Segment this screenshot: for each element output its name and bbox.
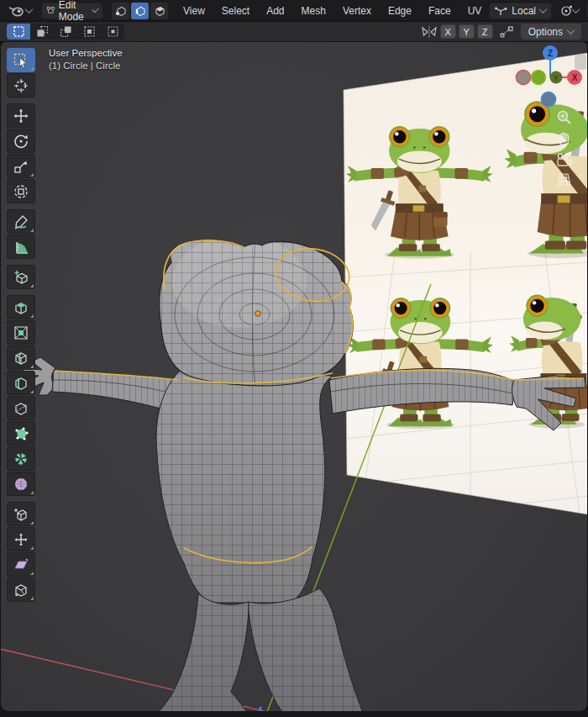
- edit-mode-icon: [47, 5, 55, 16]
- blender-logo-icon: [8, 4, 26, 18]
- orientation-label: Local: [512, 5, 536, 17]
- tool-move[interactable]: [7, 103, 35, 128]
- tool-bevel[interactable]: [7, 345, 35, 370]
- orientation-axes-icon: [495, 6, 507, 16]
- tool-poly-build[interactable]: [7, 421, 35, 445]
- tool-settings-bar: X Y Z Options: [0, 22, 588, 42]
- options-dropdown[interactable]: Options: [521, 24, 581, 40]
- select-extend-icon: [36, 25, 49, 38]
- pivot-point-dropdown[interactable]: [557, 3, 581, 19]
- menu-uv[interactable]: UV: [460, 3, 490, 19]
- vertex-select-mode-button[interactable]: [112, 3, 129, 19]
- tool-select-box[interactable]: [7, 48, 35, 72]
- tool-shear[interactable]: [7, 552, 35, 577]
- blender-app-menu-button[interactable]: [5, 3, 34, 19]
- tool-extrude-region[interactable]: [7, 295, 35, 319]
- menu-view[interactable]: View: [176, 3, 213, 19]
- transform-orientation-dropdown[interactable]: Local: [489, 3, 552, 19]
- svg-text:Z: Z: [548, 49, 553, 58]
- tool-knife[interactable]: [7, 396, 35, 420]
- chevron-down-icon: [25, 5, 34, 13]
- chevron-down-icon: [539, 5, 548, 13]
- svg-text:Y: Y: [554, 73, 559, 82]
- camera-view-icon[interactable]: [555, 153, 572, 166]
- select-intersect-icon: [107, 25, 119, 38]
- auto-merge-vertices-icon[interactable]: [499, 25, 514, 39]
- tool-transform[interactable]: [7, 179, 35, 203]
- tool-spin[interactable]: [7, 446, 35, 471]
- mesh-symmetry-icon[interactable]: [421, 25, 438, 39]
- edge-select-mode-button[interactable]: [131, 3, 149, 19]
- grid-perspective-icon[interactable]: [556, 172, 572, 187]
- tool-cursor[interactable]: [7, 73, 35, 98]
- menu-add[interactable]: Add: [259, 3, 291, 19]
- mode-selector-dropdown[interactable]: Edit Mode: [41, 3, 103, 19]
- select-extend-mode-button[interactable]: [30, 24, 54, 40]
- vertex-select-icon: [115, 5, 127, 17]
- menu-vertex[interactable]: Vertex: [335, 3, 379, 19]
- tool-annotate[interactable]: [7, 209, 35, 234]
- mirror-x-toggle[interactable]: X: [440, 24, 456, 39]
- viewport-nav-controls: [555, 109, 572, 187]
- tool-smooth[interactable]: [7, 472, 35, 496]
- select-subtract-mode-button[interactable]: [54, 24, 77, 40]
- pivot-point-icon: [559, 4, 573, 18]
- tool-measure[interactable]: [7, 235, 35, 259]
- reference-image-plane: [343, 53, 587, 521]
- select-invert-mode-button[interactable]: [77, 24, 101, 40]
- tool-shrink-fatten[interactable]: [7, 527, 35, 551]
- tool-add-cube[interactable]: [7, 265, 35, 289]
- mirror-y-toggle[interactable]: Y: [459, 24, 475, 39]
- select-intersect-mode-button[interactable]: [101, 24, 124, 40]
- face-select-mode-button[interactable]: [150, 3, 168, 19]
- tool-loop-cut[interactable]: [7, 371, 35, 395]
- pan-hand-icon[interactable]: [556, 131, 572, 147]
- toolbar: [7, 48, 35, 603]
- gizmo-minus-y-ball[interactable]: [532, 71, 546, 85]
- select-set-icon: [13, 25, 25, 38]
- gizmo-minus-x-ball[interactable]: [517, 71, 531, 85]
- menu-face[interactable]: Face: [421, 3, 459, 19]
- select-subtract-icon: [60, 25, 72, 38]
- object-origin-point: [255, 311, 260, 316]
- topbar: Edit Mode: [0, 0, 588, 22]
- select-invert-icon: [83, 25, 96, 38]
- menu-edge[interactable]: Edge: [381, 3, 419, 19]
- chevron-down-icon: [567, 26, 575, 34]
- tool-scale[interactable]: [7, 154, 35, 178]
- tool-edge-slide[interactable]: [7, 502, 35, 526]
- mode-label: Edit Mode: [59, 0, 89, 22]
- face-select-icon: [154, 5, 165, 17]
- select-set-mode-button[interactable]: [7, 24, 30, 40]
- menu-mesh[interactable]: Mesh: [294, 3, 333, 19]
- tool-rotate[interactable]: [7, 129, 35, 153]
- zoom-icon[interactable]: [556, 109, 572, 125]
- gizmo-minus-z-ball[interactable]: [542, 92, 556, 107]
- mirror-z-toggle[interactable]: Z: [477, 24, 493, 39]
- svg-text:X: X: [572, 73, 578, 82]
- navigation-gizmo[interactable]: Y X Z: [512, 45, 587, 113]
- menu-select[interactable]: Select: [214, 3, 257, 19]
- viewport-canvas[interactable]: [1, 42, 587, 711]
- 3d-viewport[interactable]: User Perspective (1) Circle | Circle Y X…: [1, 42, 587, 711]
- chevron-down-icon: [572, 5, 580, 13]
- options-label: Options: [528, 26, 563, 38]
- chevron-down-icon: [92, 6, 99, 13]
- tool-rip-region[interactable]: [7, 577, 35, 602]
- edge-select-icon: [134, 5, 146, 17]
- tool-inset-faces[interactable]: [7, 320, 35, 345]
- window-bottom-edge: [0, 711, 588, 717]
